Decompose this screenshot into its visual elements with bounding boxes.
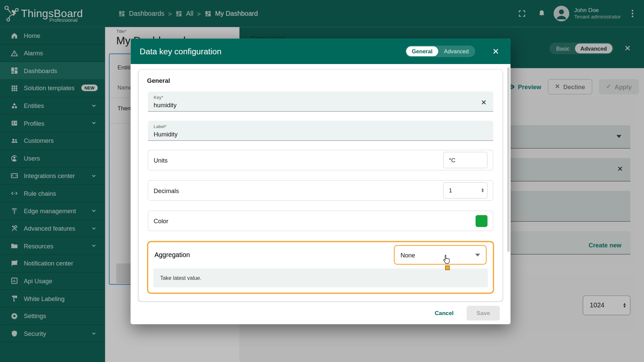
clear-icon: ✕ bbox=[481, 99, 487, 107]
key-field[interactable]: Key* humidity ✕ bbox=[148, 92, 493, 112]
decimals-input[interactable]: 1 ▲▼ bbox=[443, 182, 487, 199]
key-field-label: Key* bbox=[154, 95, 488, 100]
cancel-button[interactable]: Cancel bbox=[431, 307, 458, 320]
dropdown-caret-icon bbox=[475, 253, 480, 256]
aggregation-value: None bbox=[400, 251, 415, 258]
decimals-row: Decimals 1 ▲▼ bbox=[148, 180, 493, 201]
label-field-label: Label* bbox=[154, 124, 488, 129]
label-field-value[interactable]: Humidity bbox=[154, 130, 488, 137]
arrow-down-icon: ▼ bbox=[481, 190, 484, 193]
app-window: ThingsBoard Professional Dashboards > Al… bbox=[0, 0, 644, 362]
aggregation-select[interactable]: None bbox=[394, 245, 487, 265]
decimals-value: 1 bbox=[449, 187, 452, 194]
tab-advanced[interactable]: Advanced bbox=[438, 46, 474, 56]
color-swatch[interactable] bbox=[476, 215, 488, 227]
dialog-close-button[interactable]: ✕ bbox=[490, 46, 501, 57]
units-label: Units bbox=[154, 157, 168, 164]
aggregation-label: Aggregation bbox=[154, 251, 190, 258]
stepper-arrows[interactable]: ▲▼ bbox=[481, 188, 484, 193]
data-key-configuration-dialog: Data key configuration General Advanced … bbox=[130, 39, 511, 324]
aggregation-row: Aggregation None bbox=[153, 245, 488, 264]
color-row: Color bbox=[148, 210, 493, 231]
clear-key-button[interactable]: ✕ bbox=[481, 99, 487, 107]
label-field[interactable]: Label* Humidity bbox=[148, 121, 493, 141]
aggregation-section-highlighted: Aggregation None Take latest value. bbox=[147, 241, 494, 294]
dialog-title: Data key configuration bbox=[140, 47, 221, 56]
save-button[interactable]: Save bbox=[467, 306, 500, 320]
decimals-label: Decimals bbox=[154, 187, 179, 194]
dialog-scrollbar[interactable] bbox=[507, 67, 509, 252]
aggregation-hint-panel: Take latest value. bbox=[153, 268, 488, 287]
units-value: °C bbox=[449, 157, 455, 164]
dialog-footer: Cancel Save bbox=[130, 302, 511, 324]
color-label: Color bbox=[154, 217, 168, 224]
aggregation-hint-text: Take latest value. bbox=[160, 275, 202, 281]
units-input[interactable]: °C bbox=[443, 152, 487, 168]
key-field-value[interactable]: humidity bbox=[154, 101, 488, 108]
close-icon: ✕ bbox=[492, 46, 499, 56]
tab-general[interactable]: General bbox=[406, 46, 438, 56]
units-row: Units °C bbox=[148, 150, 493, 170]
dialog-body: General Key* humidity ✕ Label* Humidity … bbox=[130, 64, 511, 301]
general-form-card: General Key* humidity ✕ Label* Humidity … bbox=[139, 70, 502, 301]
dialog-tabs: General Advanced bbox=[405, 46, 475, 57]
section-title: General bbox=[147, 77, 495, 84]
dialog-header: Data key configuration General Advanced … bbox=[130, 39, 511, 64]
